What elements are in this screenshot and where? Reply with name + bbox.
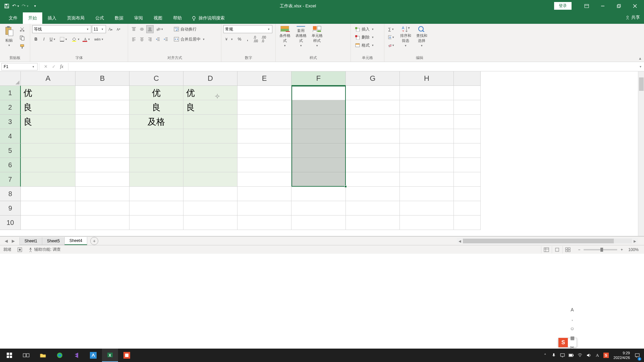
cell-F3[interactable]	[291, 115, 346, 129]
ime-item-2[interactable]: ☺	[568, 324, 577, 333]
align-center-button[interactable]	[138, 35, 146, 43]
tab-data[interactable]: 数据	[109, 12, 129, 24]
cell-H8[interactable]	[400, 187, 454, 201]
cell-blank-9[interactable]	[454, 201, 481, 216]
fill-handle[interactable]	[344, 185, 347, 188]
cell-A1[interactable]: 优	[21, 86, 75, 100]
sheet-nav-next[interactable]: ▶	[10, 239, 16, 243]
cell-F4[interactable]	[291, 129, 346, 143]
cell-E1[interactable]	[237, 86, 291, 100]
column-header-F[interactable]: F	[291, 71, 346, 86]
top-align-button[interactable]	[130, 25, 138, 33]
row-header-9[interactable]: 9	[0, 201, 21, 216]
cell-H3[interactable]	[400, 115, 454, 129]
cell-D2[interactable]: 良	[183, 100, 237, 115]
row-header-5[interactable]: 5	[0, 143, 21, 158]
cell-G8[interactable]	[346, 187, 400, 201]
font-size-combo[interactable]: 11▾	[92, 25, 106, 33]
increase-indent-button[interactable]	[162, 35, 170, 43]
cell-B1[interactable]	[75, 86, 129, 100]
cell-H5[interactable]	[400, 143, 454, 158]
cell-E2[interactable]	[237, 100, 291, 115]
cell-E10[interactable]	[237, 216, 291, 230]
cell-E8[interactable]	[237, 187, 291, 201]
cell-E4[interactable]	[237, 129, 291, 143]
comma-button[interactable]: ,	[244, 35, 251, 43]
cell-blank-8[interactable]	[454, 187, 481, 201]
cell-H10[interactable]	[400, 216, 454, 230]
cell-F10[interactable]	[291, 216, 346, 230]
autosum-button[interactable]: ∑▾	[386, 25, 396, 33]
normal-view-button[interactable]	[541, 246, 551, 253]
add-sheet-button[interactable]: +	[90, 237, 98, 245]
cell-F2[interactable]	[291, 100, 346, 115]
cell-C2[interactable]: 良	[129, 100, 183, 115]
tray-wifi-icon[interactable]	[576, 349, 584, 362]
row-header-6[interactable]: 6	[0, 158, 21, 172]
app-blue-button[interactable]	[85, 349, 101, 362]
cell-G4[interactable]	[346, 129, 400, 143]
cell-B3[interactable]	[75, 115, 129, 129]
tab-file[interactable]: 文件	[3, 12, 23, 24]
column-header-E[interactable]: E	[237, 71, 291, 86]
tray-monitor-icon[interactable]	[558, 349, 567, 362]
cell-blank-7[interactable]	[454, 172, 481, 187]
ime-toolbar[interactable]: S A，☺▦✂⌨⚙✱	[558, 338, 577, 347]
cell-F9[interactable]	[291, 201, 346, 216]
save-button[interactable]	[3, 2, 11, 10]
decrease-indent-button[interactable]	[154, 35, 162, 43]
cancel-formula-button[interactable]: ✕	[42, 63, 49, 70]
select-all-button[interactable]	[0, 71, 21, 86]
notifications-button[interactable]: 3	[633, 349, 641, 362]
row-header-7[interactable]: 7	[0, 172, 21, 187]
app-red-button[interactable]	[119, 349, 135, 362]
cell-A5[interactable]	[21, 143, 75, 158]
cell-B4[interactable]	[75, 129, 129, 143]
table-format-button[interactable]: 套用 表格格式▾	[294, 25, 308, 47]
cell-D5[interactable]	[183, 143, 237, 158]
vscode-button[interactable]	[68, 349, 85, 362]
tray-battery-icon[interactable]	[567, 349, 575, 362]
cell-C6[interactable]	[129, 158, 183, 172]
macro-record-icon[interactable]	[17, 247, 22, 252]
ribbon-display-button[interactable]	[579, 0, 594, 12]
cell-B7[interactable]	[75, 172, 129, 187]
zoom-out-button[interactable]: −	[576, 247, 582, 252]
tab-home[interactable]: 开始	[23, 12, 42, 24]
cell-A4[interactable]	[21, 129, 75, 143]
cell-D8[interactable]	[183, 187, 237, 201]
cell-G7[interactable]	[346, 172, 400, 187]
cell-G6[interactable]	[346, 158, 400, 172]
cell-F1[interactable]	[291, 86, 346, 100]
cell-G10[interactable]	[346, 216, 400, 230]
cell-C1[interactable]: 优	[129, 86, 183, 100]
italic-button[interactable]: I	[40, 35, 48, 43]
cell-A8[interactable]	[21, 187, 75, 201]
column-header-A[interactable]: A	[21, 71, 75, 86]
page-layout-view-button[interactable]	[552, 246, 562, 253]
enter-formula-button[interactable]: ✓	[50, 63, 57, 70]
cell-D3[interactable]	[183, 115, 237, 129]
tray-volume-icon[interactable]	[585, 349, 593, 362]
cell-G1[interactable]	[346, 86, 400, 100]
sheet-tab-sheet4[interactable]: Sheet4	[64, 237, 87, 245]
bold-button[interactable]: B	[32, 35, 40, 43]
tab-help[interactable]: 帮助	[168, 12, 187, 24]
cut-button[interactable]	[18, 25, 26, 33]
number-format-combo[interactable]: 常规▾	[223, 25, 272, 33]
cell-H1[interactable]	[400, 86, 454, 100]
page-break-view-button[interactable]	[562, 246, 573, 253]
sort-filter-button[interactable]: AZ排序和筛选▾	[398, 25, 413, 47]
collapse-ribbon-button[interactable]: ▲	[638, 56, 642, 60]
cell-blank-5[interactable]	[454, 143, 481, 158]
tray-sogou-icon[interactable]: S	[602, 349, 610, 362]
cell-E9[interactable]	[237, 201, 291, 216]
row-header-3[interactable]: 3	[0, 115, 21, 129]
start-button[interactable]	[1, 349, 17, 362]
cell-F8[interactable]	[291, 187, 346, 201]
merge-center-button[interactable]: 合并后居中▾	[172, 35, 208, 43]
cell-E6[interactable]	[237, 158, 291, 172]
share-button[interactable]: 共享	[625, 14, 640, 20]
clear-button[interactable]: ▾	[386, 41, 396, 49]
cell-blank-4[interactable]	[454, 129, 481, 143]
